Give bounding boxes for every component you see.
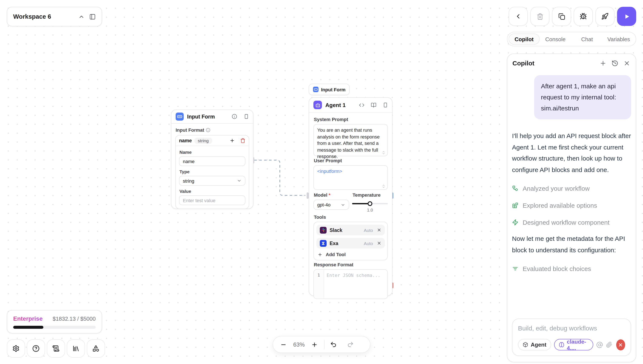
preview-icon[interactable]: [382, 102, 388, 108]
duplicate-button[interactable]: [552, 7, 571, 26]
scroll-text-icon: [52, 345, 60, 352]
docs-icon[interactable]: [371, 102, 376, 108]
undo-button[interactable]: [330, 341, 337, 348]
run-button[interactable]: [617, 7, 636, 26]
settings-button[interactable]: [7, 339, 25, 358]
step-item[interactable]: Analyzed your workflow: [512, 180, 631, 197]
input-format-card: name string Name Type stri: [175, 135, 249, 209]
logs-button[interactable]: [47, 339, 65, 358]
system-prompt-textarea[interactable]: You are an agent that runs analysis on t…: [313, 124, 388, 156]
delete-field-button[interactable]: [240, 138, 245, 143]
resize-grip-icon[interactable]: [382, 184, 385, 188]
connected-node-pill[interactable]: Input Form: [309, 84, 350, 95]
usage-progress-fill: [13, 326, 43, 329]
brain-icon: [559, 342, 564, 348]
tool-row-slack[interactable]: Slack Auto: [316, 225, 385, 235]
preview-icon[interactable]: [244, 114, 249, 119]
input-handle-agent[interactable]: [307, 192, 309, 199]
knowledge-button[interactable]: [67, 339, 85, 358]
delete-button[interactable]: [530, 7, 549, 26]
step-item[interactable]: Designed workflow component: [512, 214, 631, 231]
workflow-canvas[interactable]: Workspace 6 Copilot Console: [0, 0, 643, 364]
sidebar-toggle-icon[interactable]: [89, 14, 96, 20]
play-icon: [623, 13, 630, 20]
deploy-button[interactable]: [595, 7, 614, 26]
tool-row-exa[interactable]: Exa Auto: [316, 238, 385, 248]
node-input-form[interactable]: Input Form Input Format name string: [171, 110, 254, 209]
remove-tool-icon[interactable]: [377, 241, 381, 246]
plan-usage-card[interactable]: Enterprise $1832.13 / $5000: [7, 310, 102, 334]
model-pill-label: claude-4....: [567, 338, 589, 351]
stop-button[interactable]: [616, 339, 625, 350]
usage-progress-bar: [13, 326, 96, 329]
field-type-badge: string: [194, 138, 212, 144]
rocket-icon: [601, 13, 608, 20]
minus-icon: [280, 341, 287, 348]
tab-chat[interactable]: Chat: [571, 36, 603, 42]
attach-button[interactable]: [606, 342, 612, 348]
remove-tool-icon[interactable]: [377, 228, 381, 232]
redo-button[interactable]: [347, 341, 354, 348]
workspace-name: Workspace 6: [13, 13, 51, 20]
chevron-up-icon[interactable]: [78, 14, 85, 20]
copilot-composer[interactable]: Agent claude-4....: [512, 318, 631, 356]
history-button[interactable]: [611, 60, 618, 66]
new-chat-button[interactable]: [600, 60, 606, 66]
node-header[interactable]: Agent 1: [309, 98, 392, 112]
mention-button[interactable]: [596, 341, 603, 348]
step-item[interactable]: Explored available options: [512, 197, 631, 214]
type-select[interactable]: string: [179, 176, 245, 186]
tool-mode[interactable]: Auto: [364, 228, 373, 232]
shapes-icon: [92, 345, 100, 352]
tools-label: Tools: [314, 214, 388, 220]
add-tool-label: Add Tool: [326, 252, 346, 257]
tab-variables[interactable]: Variables: [603, 36, 634, 42]
temperature-slider[interactable]: [352, 201, 388, 206]
required-marker: *: [329, 192, 331, 198]
slider-knob[interactable]: [368, 201, 372, 206]
node-agent-1[interactable]: Agent 1 System Prompt You are an agent t…: [309, 97, 392, 296]
mode-pill-agent[interactable]: Agent: [518, 339, 551, 350]
step-label: Analyzed your workflow: [523, 184, 590, 192]
copilot-input[interactable]: [518, 324, 625, 332]
add-field-button[interactable]: [230, 138, 235, 143]
debug-button[interactable]: [574, 7, 593, 26]
help-button[interactable]: [27, 339, 45, 358]
copilot-panel: Copilot After agent 1, make an api reque…: [507, 54, 636, 362]
blocks-library-button[interactable]: [87, 339, 105, 358]
workspace-selector[interactable]: Workspace 6: [7, 7, 102, 26]
canvas-controls: 63%: [273, 336, 370, 353]
assistant-steps: Analyzed your workflow Explored availabl…: [512, 180, 631, 231]
info-icon[interactable]: [232, 114, 237, 119]
bug-icon: [580, 13, 587, 20]
node-header[interactable]: Input Form: [171, 110, 253, 124]
value-input[interactable]: [179, 196, 245, 205]
tool-mode[interactable]: Auto: [364, 240, 373, 246]
add-tool-button[interactable]: Add Tool: [316, 251, 385, 258]
response-format-editor[interactable]: 1 Enter JSON schema...: [313, 269, 388, 299]
tab-copilot[interactable]: Copilot: [509, 34, 540, 44]
model-label: Model *: [314, 192, 352, 198]
editor-placeholder: Enter JSON schema...: [324, 270, 383, 298]
user-prompt-textarea[interactable]: <inputform>: [313, 165, 388, 190]
plus-icon: [318, 252, 322, 257]
copilot-messages[interactable]: After agent 1, make an api request to my…: [507, 69, 636, 362]
chevron-down-icon: [237, 178, 242, 183]
slack-icon: [320, 226, 327, 234]
back-button[interactable]: [509, 7, 528, 26]
resize-grip-icon[interactable]: [382, 151, 385, 154]
tab-console[interactable]: Console: [540, 36, 571, 42]
zoom-out-button[interactable]: [280, 341, 287, 348]
model-pill[interactable]: claude-4....: [554, 339, 593, 350]
model-select[interactable]: gpt-4o: [313, 200, 349, 210]
tools-card: Slack Auto Exa Auto: [313, 222, 388, 260]
panel-tabs: Copilot Console Chat Variables: [507, 32, 636, 46]
code-icon[interactable]: [359, 102, 364, 108]
chevron-left-icon: [515, 13, 522, 20]
zoom-in-button[interactable]: [311, 341, 318, 348]
step-item[interactable]: Evaluated block choices: [512, 260, 631, 277]
name-input[interactable]: [179, 156, 245, 166]
input-format-label: Input Format: [176, 128, 249, 132]
close-panel-button[interactable]: [623, 60, 630, 66]
help-circle-icon: [32, 345, 40, 352]
